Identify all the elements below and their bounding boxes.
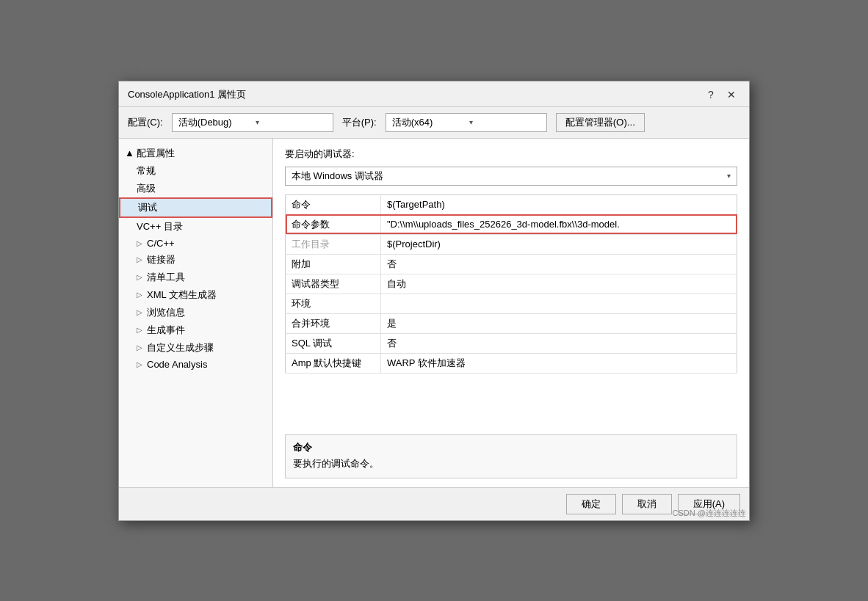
help-button[interactable]: ? — [702, 87, 720, 102]
table-row[interactable]: 环境 — [286, 294, 737, 313]
table-row[interactable]: SQL 调试 否 — [286, 333, 737, 353]
prop-key: 环境 — [286, 294, 381, 313]
prop-key: SQL 调试 — [286, 333, 381, 353]
sidebar: ▲ 配置属性 常规 高级 调试 VC++ 目录 ▷ C/C++ ▷ 链接器 — [119, 139, 273, 487]
prop-value: 否 — [381, 254, 737, 274]
sidebar-item-config-props[interactable]: ▲ 配置属性 — [119, 145, 272, 162]
sidebar-item-linker[interactable]: ▷ 链接器 — [119, 251, 272, 269]
content-panel: 要启动的调试器: 本地 Windows 调试器 ▾ 命令 $(TargetPat… — [273, 139, 749, 487]
sidebar-item-vc-dirs[interactable]: VC++ 目录 — [119, 218, 272, 236]
expand-icon: ▷ — [137, 343, 144, 352]
sidebar-item-cpp[interactable]: ▷ C/C++ — [119, 236, 272, 251]
description-box: 命令 要执行的调试命令。 — [285, 434, 737, 478]
dialog-title: ConsoleApplication1 属性页 — [128, 88, 246, 101]
config-label: 配置(C): — [128, 116, 163, 129]
sidebar-item-label: Code Analysis — [147, 359, 207, 370]
prop-value: $(TargetPath) — [381, 194, 737, 214]
prop-key: 合并环境 — [286, 313, 381, 333]
platform-chevron-icon: ▾ — [469, 118, 540, 126]
platform-dropdown[interactable]: 活动(x64) ▾ — [386, 113, 547, 132]
prop-key: 附加 — [286, 254, 381, 274]
config-chevron-icon: ▾ — [256, 118, 327, 126]
debugger-value: 本地 Windows 调试器 — [292, 170, 383, 183]
sidebar-item-label: 自定义生成步骤 — [147, 341, 214, 354]
expand-icon: ▷ — [137, 360, 144, 368]
ok-button[interactable]: 确定 — [566, 494, 616, 514]
sidebar-item-label: 高级 — [137, 182, 156, 195]
title-bar: ConsoleApplication1 属性页 ? ✕ — [119, 81, 749, 107]
description-title: 命令 — [293, 441, 729, 454]
debugger-chevron-icon: ▾ — [727, 172, 731, 180]
sidebar-item-label: 清单工具 — [147, 271, 185, 284]
sidebar-item-label: 浏览信息 — [147, 306, 185, 319]
sidebar-item-label: 常规 — [137, 164, 156, 178]
prop-value: 否 — [381, 333, 737, 353]
expand-icon: ▷ — [137, 291, 144, 299]
toolbar: 配置(C): 活动(Debug) ▾ 平台(P): 活动(x64) ▾ 配置管理… — [119, 107, 749, 139]
table-row[interactable]: 合并环境 是 — [286, 313, 737, 333]
debugger-section-label: 要启动的调试器: — [285, 147, 737, 161]
prop-value — [381, 294, 737, 313]
prop-value: "D:\\m\\uploads_files_252626_3d-model.fb… — [381, 214, 737, 234]
prop-key: 命令参数 — [286, 214, 381, 234]
sidebar-item-xml-gen[interactable]: ▷ XML 文档生成器 — [119, 286, 272, 304]
platform-label: 平台(P): — [342, 116, 377, 129]
prop-value: $(ProjectDir) — [381, 234, 737, 254]
property-dialog: ConsoleApplication1 属性页 ? ✕ 配置(C): 活动(De… — [118, 81, 750, 521]
sidebar-item-browse[interactable]: ▷ 浏览信息 — [119, 304, 272, 321]
cancel-button[interactable]: 取消 — [622, 494, 672, 514]
prop-value: WARP 软件加速器 — [381, 353, 737, 373]
debugger-dropdown-row: 本地 Windows 调试器 ▾ — [285, 167, 737, 186]
sidebar-item-build-events[interactable]: ▷ 生成事件 — [119, 321, 272, 339]
footer: 确定 取消 应用(A) — [119, 487, 749, 520]
close-button[interactable]: ✕ — [723, 87, 740, 102]
table-row[interactable]: 命令 $(TargetPath) — [286, 194, 737, 214]
config-value: 活动(Debug) — [178, 116, 250, 129]
sidebar-item-label: 生成事件 — [147, 324, 185, 337]
table-row[interactable]: 调试器类型 自动 — [286, 274, 737, 294]
sidebar-item-label: VC++ 目录 — [137, 220, 183, 233]
properties-table: 命令 $(TargetPath) 命令参数 "D:\\m\\uploads_fi… — [285, 194, 737, 374]
sidebar-item-label: ▲ 配置属性 — [125, 147, 175, 160]
sidebar-item-code-analysis[interactable]: ▷ Code Analysis — [119, 357, 272, 372]
expand-icon: ▷ — [137, 239, 144, 247]
table-row[interactable]: 工作目录 $(ProjectDir) — [286, 234, 737, 254]
expand-icon: ▷ — [137, 255, 144, 263]
sidebar-item-general[interactable]: 常规 — [119, 162, 272, 180]
table-row[interactable]: 附加 否 — [286, 254, 737, 274]
table-row[interactable]: Amp 默认快捷键 WARP 软件加速器 — [286, 353, 737, 373]
expand-icon: ▷ — [137, 308, 144, 316]
sidebar-item-debug[interactable]: 调试 — [119, 197, 272, 218]
prop-key: 命令 — [286, 194, 381, 214]
sidebar-item-custom-build[interactable]: ▷ 自定义生成步骤 — [119, 339, 272, 357]
expand-icon: ▷ — [137, 326, 144, 334]
sidebar-item-label: XML 文档生成器 — [147, 288, 217, 302]
description-text: 要执行的调试命令。 — [293, 457, 729, 470]
debugger-dropdown[interactable]: 本地 Windows 调试器 ▾ — [285, 167, 737, 186]
prop-key: 工作目录 — [286, 234, 381, 254]
watermark: CSDN @连连连连连 — [673, 508, 746, 519]
prop-key: Amp 默认快捷键 — [286, 353, 381, 373]
prop-value: 是 — [381, 313, 737, 333]
prop-key: 调试器类型 — [286, 274, 381, 294]
title-controls: ? ✕ — [702, 87, 740, 102]
sidebar-item-label: C/C++ — [147, 238, 175, 249]
table-row-command-params[interactable]: 命令参数 "D:\\m\\uploads_files_252626_3d-mod… — [286, 214, 737, 234]
expand-icon: ▷ — [137, 273, 144, 281]
sidebar-item-label: 调试 — [138, 201, 157, 214]
sidebar-item-advanced[interactable]: 高级 — [119, 180, 272, 197]
main-area: ▲ 配置属性 常规 高级 调试 VC++ 目录 ▷ C/C++ ▷ 链接器 — [119, 139, 749, 487]
sidebar-item-manifest[interactable]: ▷ 清单工具 — [119, 269, 272, 286]
config-dropdown[interactable]: 活动(Debug) ▾ — [172, 113, 333, 132]
config-manager-button[interactable]: 配置管理器(O)... — [556, 113, 645, 132]
platform-value: 活动(x64) — [392, 116, 463, 129]
sidebar-item-label: 链接器 — [147, 253, 176, 266]
prop-value: 自动 — [381, 274, 737, 294]
